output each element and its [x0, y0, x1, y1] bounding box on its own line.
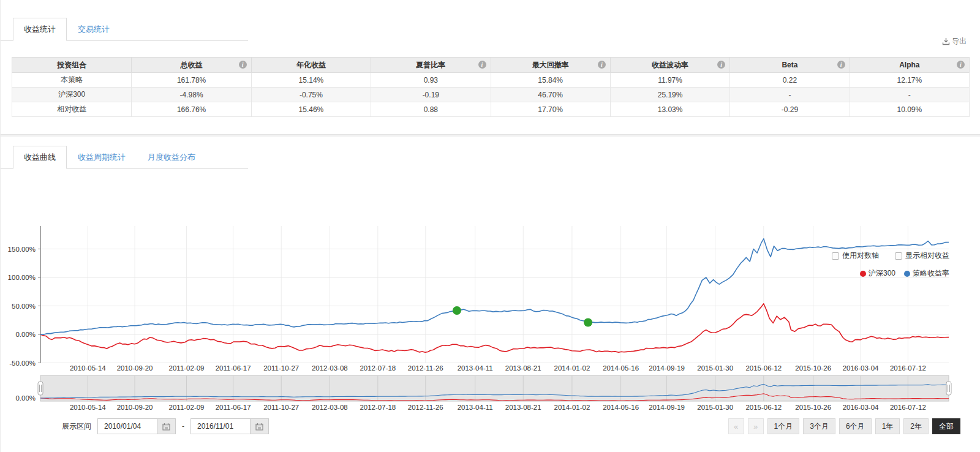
tab-trade-stats[interactable]: 交易统计: [67, 18, 121, 41]
strategy-return-line: [40, 239, 949, 334]
relative-return-checkbox-input[interactable]: [895, 252, 902, 260]
x-axis-tick-label: 2012-11-26: [408, 364, 443, 372]
chart-tab-return-period-stats[interactable]: 收益周期统计: [67, 146, 137, 169]
range-bar: 展示区间 -: [1, 417, 980, 435]
period-button-1y[interactable]: 1年: [875, 418, 900, 434]
stats-section: 收益统计交易统计 导出 投资组合总收益i年化收益夏普比率i最大回撤率i收益波动率…: [1, 0, 980, 117]
table-cell: 0.93: [371, 73, 491, 88]
period-button-2y[interactable]: 2年: [903, 418, 929, 434]
column-header: 总收益i: [132, 58, 251, 73]
column-label: 夏普比率: [416, 61, 445, 69]
period-button-3m[interactable]: 3个月: [803, 418, 835, 434]
end-date-calendar-button[interactable]: [251, 418, 269, 434]
trade-marker[interactable]: [453, 306, 461, 315]
calendar-icon: [255, 423, 263, 431]
column-label: 总收益: [181, 61, 203, 69]
navigator-tick-label: 2014-05-16: [603, 404, 639, 411]
period-controls: « » 1个月3个月6个月1年2年全部: [728, 418, 960, 434]
x-axis-tick-label: 2010-09-20: [117, 364, 153, 372]
x-axis-tick-label: 2013-04-11: [458, 364, 493, 372]
x-axis-tick-label: 2012-07-18: [360, 364, 396, 372]
x-axis-tick-label: 2011-02-09: [169, 364, 205, 372]
stats-tabbar: 收益统计交易统计: [1, 17, 248, 41]
column-header: 年化收益: [251, 58, 371, 73]
navigator-tick-label: 2010-05-14: [70, 404, 106, 411]
pager-prev-button[interactable]: «: [728, 418, 744, 434]
period-button-all[interactable]: 全部: [932, 418, 960, 434]
legend-dot-icon: [904, 271, 910, 277]
chart-tabbar: 收益曲线收益周期统计月度收益分布: [1, 145, 248, 169]
navigator-tick-label: 2011-02-09: [169, 404, 205, 411]
checkbox-log-axis[interactable]: 使用对数轴: [832, 250, 879, 261]
info-icon[interactable]: i: [598, 61, 606, 69]
range-label: 展示区间: [62, 421, 91, 432]
main-chart-plot[interactable]: 2010-05-142010-09-202011-02-092011-06-17…: [1, 224, 980, 374]
log-axis-checkbox-input[interactable]: [832, 252, 839, 260]
info-icon[interactable]: i: [957, 61, 965, 69]
navigator-tick-label: 2014-09-19: [649, 404, 685, 411]
period-button-6m[interactable]: 6个月: [839, 418, 872, 434]
navigator-tick-label: 2010-09-20: [117, 404, 153, 411]
table-cell: 15.14%: [251, 73, 371, 88]
y-axis-tick-label: 50.00%: [12, 303, 36, 310]
export-button[interactable]: 导出: [938, 36, 970, 47]
range-separator: -: [182, 422, 184, 431]
tab-income-stats[interactable]: 收益统计: [13, 18, 67, 41]
start-date-input[interactable]: [97, 418, 157, 434]
pager-next-button[interactable]: »: [748, 418, 764, 434]
navigator[interactable]: 2010-05-142010-09-202011-02-092011-06-17…: [1, 374, 980, 413]
navigator-tick-label: 2012-07-18: [360, 404, 396, 411]
navigator-tick-label: 2015-06-12: [745, 404, 782, 411]
table-cell: 0.22: [730, 73, 850, 88]
x-axis-tick-label: 2014-01-02: [554, 364, 590, 372]
x-axis-tick-label: 2010-05-14: [70, 364, 106, 372]
end-date-input[interactable]: [190, 418, 251, 434]
checkbox-relative-return[interactable]: 显示相对收益: [895, 250, 949, 261]
navigator-right-handle[interactable]: [946, 382, 951, 395]
x-axis-tick-label: 2015-06-12: [745, 364, 782, 372]
x-axis-tick-label: 2016-07-12: [890, 364, 926, 372]
legend-label: 沪深300: [869, 268, 895, 279]
navigator-track[interactable]: [40, 375, 949, 401]
navigator-left-handle[interactable]: [38, 382, 43, 395]
table-cell: -0.19: [371, 88, 491, 102]
chart-tab-return-curve[interactable]: 收益曲线: [13, 146, 67, 169]
navigator-y-label: 0.00%: [15, 394, 36, 402]
table-cell: 15.46%: [251, 102, 371, 117]
y-axis-tick-label: 150.00%: [8, 246, 36, 253]
info-icon[interactable]: i: [717, 61, 725, 69]
column-label: 投资组合: [57, 61, 86, 69]
x-axis-tick-label: 2014-05-16: [603, 364, 639, 372]
start-date-calendar-button[interactable]: [157, 418, 176, 434]
chart-legend: 沪深300策略收益率: [860, 268, 949, 279]
period-buttons: 1个月3个月6个月1年2年全部: [767, 418, 960, 434]
legend-dot-icon: [860, 271, 866, 277]
table-cell: -4.98%: [132, 88, 251, 102]
navigator-tick-label: 2014-01-02: [554, 404, 590, 411]
navigator-tick-label: 2013-04-11: [458, 404, 493, 411]
x-axis-tick-label: 2016-03-04: [843, 364, 879, 372]
y-axis-tick-label: -50.00%: [9, 360, 36, 367]
navigator-tick-label: 2016-03-04: [843, 404, 879, 411]
period-button-1m[interactable]: 1个月: [767, 418, 800, 434]
table-cell: -: [850, 88, 969, 102]
table-row: 本策略161.78%15.14%0.9315.84%11.97%0.2212.1…: [12, 73, 970, 88]
x-axis-tick-label: 2011-10-27: [263, 364, 299, 372]
navigator-tick-label: 2012-03-08: [312, 404, 348, 411]
chart-tab-monthly-return-distribution[interactable]: 月度收益分布: [137, 146, 206, 169]
navigator-tick-label: 2011-06-17: [216, 404, 251, 411]
table-cell: 11.97%: [610, 73, 729, 88]
legend-label: 策略收益率: [913, 268, 949, 279]
column-header: Alphai: [850, 58, 969, 73]
column-label: Alpha: [899, 61, 919, 69]
column-label: 年化收益: [296, 61, 326, 69]
x-axis-tick-label: 2014-09-19: [649, 364, 685, 372]
info-icon[interactable]: i: [239, 61, 247, 69]
trade-marker[interactable]: [584, 318, 592, 326]
info-icon[interactable]: i: [837, 61, 845, 69]
legend-item-strategy-return[interactable]: 策略收益率: [904, 268, 949, 279]
stats-table: 投资组合总收益i年化收益夏普比率i最大回撤率i收益波动率iBetaiAlphai…: [12, 57, 970, 117]
info-icon[interactable]: i: [478, 61, 486, 69]
legend-item-hs300[interactable]: 沪深300: [860, 268, 895, 279]
chart-section: 收益曲线收益周期统计月度收益分布 使用对数轴显示相对收益 沪深300策略收益率 …: [1, 137, 980, 435]
